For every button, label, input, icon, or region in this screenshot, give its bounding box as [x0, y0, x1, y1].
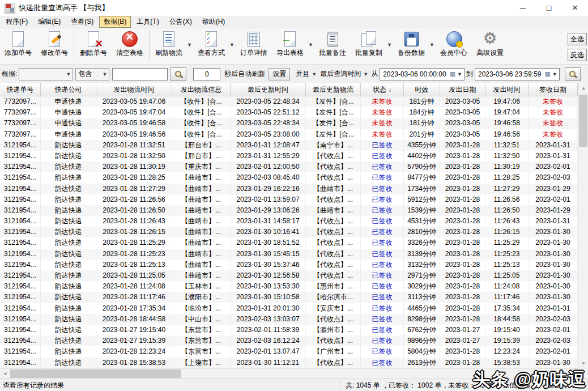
- select-all-button[interactable]: 全选: [568, 33, 587, 45]
- column-header-8[interactable]: 发出日期: [440, 83, 485, 96]
- table-row[interactable]: 3121954...韵达快递2023-01-28 11:26:43【曲靖市】..…: [0, 216, 578, 227]
- table-row[interactable]: 7732097...申通快递2023-03-05 19:46:56【收件】[合.…: [0, 129, 578, 140]
- column-header-9[interactable]: 发出时间: [485, 83, 529, 96]
- cell: 【曲靖市】...: [172, 205, 231, 216]
- column-header-6[interactable]: 状态 ↓: [361, 83, 404, 96]
- column-header-2[interactable]: 发出物流时间: [96, 83, 172, 96]
- menu-item-tools[interactable]: 工具(T): [132, 16, 163, 28]
- table-row[interactable]: 7732097...申通快递2023-03-05 19:46:58【收件】[合.…: [0, 118, 578, 129]
- table-row[interactable]: 3121954...韵达快递2023-01-28 11:28:25【曲靖市】..…: [0, 172, 578, 183]
- batch-copy-button[interactable]: 批量复制: [351, 28, 387, 58]
- cell: 2023-01-31 20:01:30: [231, 303, 306, 314]
- column-header-1[interactable]: 快递公司: [41, 83, 96, 96]
- table-row[interactable]: 3121954...韵达快递2023-01-28 11:27:29【曲靖市】..…: [0, 184, 578, 194]
- filter-field-select[interactable]: ▼: [19, 68, 73, 80]
- scroll-left-icon[interactable]: ◄: [0, 369, 10, 379]
- cell: 11:26:50: [485, 205, 529, 216]
- order-details-button[interactable]: 订单详情: [236, 28, 272, 58]
- export-table-dropdown-icon[interactable]: ▼: [308, 28, 314, 48]
- export-table-button[interactable]: 导出表格: [272, 28, 308, 58]
- cell: 2023-01-27 19:15:39: [96, 335, 172, 346]
- table-row[interactable]: 3121954...韵达快递2023-01-28 18:44:58【中山市】..…: [0, 314, 578, 325]
- auto-refresh-settings-button[interactable]: 设置: [269, 68, 290, 80]
- delete-order-button[interactable]: 删除单号: [75, 28, 112, 58]
- vertical-scrollbar[interactable]: ▲ ▼: [578, 83, 588, 368]
- menu-item-data[interactable]: 数据(B): [99, 16, 131, 28]
- menu-item-view[interactable]: 查看(S): [66, 16, 98, 28]
- view-mode-dropdown-icon[interactable]: ▼: [229, 28, 236, 48]
- filter-match-select[interactable]: 包含▼: [75, 68, 109, 80]
- scroll-down-icon[interactable]: ▼: [578, 359, 588, 368]
- table-row[interactable]: 3121954...韵达快递2023-01-27 19:15:40【东营市】..…: [0, 325, 578, 335]
- batch-note-button[interactable]: 批量备注: [314, 28, 351, 58]
- column-header-7[interactable]: 时效: [404, 83, 440, 96]
- table-row[interactable]: 3121954...韵达快递2023-01-28 15:38:53【上饶市】..…: [0, 358, 578, 368]
- minimize-button[interactable]: ─: [510, 0, 536, 16]
- table-row[interactable]: 3121954...韵达快递2023-01-28 11:25:29【曲靖市】..…: [0, 237, 578, 248]
- cell: 4402分钟: [404, 151, 440, 162]
- table-row[interactable]: 3121954...韵达快递2023-01-28 11:24:08【玉林市】..…: [0, 281, 578, 292]
- table-row[interactable]: 3121954...韵达快递2023-01-28 11:26:50【曲靖市】..…: [0, 205, 578, 216]
- time-search-button[interactable]: [565, 67, 581, 81]
- table-row[interactable]: 3121954...韵达快递2023-01-28 11:26:15【曲靖市】..…: [0, 227, 578, 237]
- table-row[interactable]: 3121954...韵达快递2023-01-28 11:17:46【濮阳市】..…: [0, 292, 578, 303]
- cell: 2023-01-28 11:25:13: [96, 260, 172, 270]
- menu-item-help[interactable]: 帮助(H): [198, 16, 230, 28]
- cell: 未签收: [361, 118, 404, 129]
- edit-order-button[interactable]: 修改单号: [36, 28, 73, 58]
- advanced-settings-button[interactable]: 高级设置: [472, 28, 508, 58]
- clear-table-button[interactable]: 清空表格: [112, 28, 148, 58]
- cell: 5790分钟: [404, 162, 440, 172]
- to-date-input[interactable]: 2023-03-06 23:59:59▦▼: [475, 68, 560, 80]
- close-button[interactable]: ×: [562, 0, 588, 16]
- filter-search-button[interactable]: [171, 67, 186, 81]
- backup-data-button[interactable]: 备份数据: [393, 28, 429, 58]
- column-header-0[interactable]: 快递单号: [0, 83, 41, 96]
- filter-keyword-input[interactable]: [112, 68, 168, 80]
- maximize-button[interactable]: □: [536, 0, 562, 16]
- column-header-10[interactable]: 签收日期: [529, 83, 578, 96]
- filter-and-select[interactable]: 并且▼: [295, 68, 318, 80]
- table-row[interactable]: 3121954...韵达快递2023-01-28 12:23:24【东营市】..…: [0, 346, 578, 357]
- table-row[interactable]: 7732097...申通快递2023-03-05 19:47:06【收件】[合.…: [0, 96, 578, 107]
- column-header-5[interactable]: 最后更新物流: [306, 83, 361, 96]
- cell: 2023-01-30: [529, 249, 578, 260]
- table-row[interactable]: 3121954...韵达快递2023-01-28 11:32:51【邢台市】..…: [0, 140, 578, 151]
- backup-data-dropdown-icon[interactable]: ▼: [429, 28, 436, 48]
- table-row[interactable]: 3121954...韵达快递2023-01-27 19:15:39【东营市】..…: [0, 335, 578, 346]
- column-header-4[interactable]: 最后更新时间: [231, 83, 306, 96]
- cell: 3029分钟: [404, 281, 440, 292]
- column-header-3[interactable]: 发出物流信息: [172, 83, 231, 96]
- table-row[interactable]: 3121954...韵达快递2023-01-28 17:35:34【临汾市】..…: [0, 303, 578, 314]
- table-row[interactable]: 3121954...韵达快递2023-01-28 11:25:23【曲靖市】..…: [0, 249, 578, 260]
- table-row[interactable]: 3121954...韵达快递2023-01-28 11:25:13【曲靖市】..…: [0, 260, 578, 270]
- vertical-scroll-thumb[interactable]: [579, 95, 587, 147]
- auto-refresh-seconds-input[interactable]: [193, 68, 220, 80]
- table-row[interactable]: 3121954...韵达快递2023-01-28 11:25:05【曲靖市】..…: [0, 270, 578, 281]
- time-field-select[interactable]: 最后查询时间▼: [319, 68, 369, 80]
- horizontal-scroll-thumb[interactable]: [10, 369, 181, 378]
- cell: 已签收: [361, 140, 404, 151]
- member-center-button[interactable]: 会员中心: [436, 28, 472, 58]
- table-row[interactable]: 3121954...韵达快递2023-01-28 11:32:50【邢台市】..…: [0, 151, 578, 162]
- view-mode-button[interactable]: 查看方式: [193, 28, 229, 58]
- cell: 韵达快递: [41, 172, 96, 183]
- menu-item-edit[interactable]: 编辑(E): [33, 16, 65, 28]
- table-row[interactable]: 3121954...韵达快递2023-01-28 11:26:56【曲靖市】..…: [0, 194, 578, 205]
- menu-item-program[interactable]: 程序(F): [1, 16, 32, 28]
- invert-select-button[interactable]: 反选: [568, 49, 587, 61]
- chevron-down-icon: ▼: [363, 71, 368, 77]
- refresh-logistics-dropdown-icon[interactable]: ▼: [187, 28, 193, 48]
- cell: 5804分钟: [404, 346, 440, 357]
- add-order-button[interactable]: 添加单号: [0, 28, 36, 58]
- refresh-logistics-button[interactable]: 刷新物流: [151, 28, 187, 58]
- cell: 【代收点】...: [306, 237, 361, 248]
- table-row[interactable]: 3121954...韵达快递2023-01-28 11:30:19【重庆市】..…: [0, 162, 578, 172]
- menu-item-notice[interactable]: 公告(X): [165, 16, 197, 28]
- cell: 19:47:06: [485, 96, 529, 107]
- from-date-input[interactable]: 2023-03-06 00:00:00▦▼: [380, 68, 465, 80]
- scroll-up-icon[interactable]: ▲: [578, 83, 588, 93]
- batch-copy-dropdown-icon[interactable]: ▼: [387, 28, 393, 48]
- table-row[interactable]: 7732097...申通快递2023-03-05 19:47:04【收件】[合.…: [0, 107, 578, 118]
- cell: 韵达快递: [41, 237, 96, 248]
